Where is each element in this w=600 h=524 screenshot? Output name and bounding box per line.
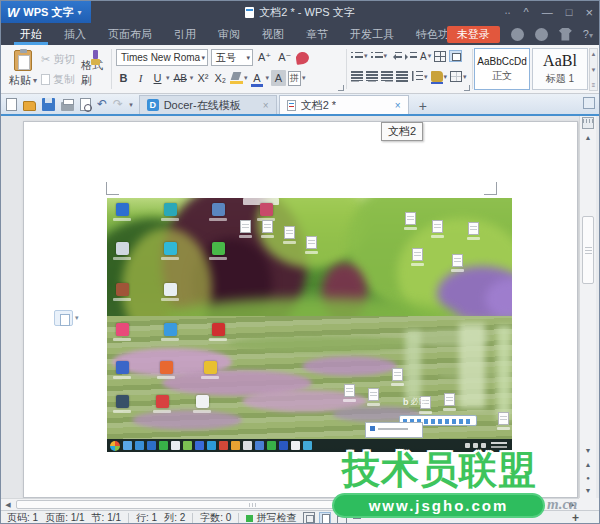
browse-object-button[interactable]: ● bbox=[580, 471, 596, 484]
grow-font-button[interactable]: A⁺ bbox=[256, 50, 273, 66]
open-button[interactable] bbox=[23, 101, 36, 111]
save-button[interactable] bbox=[42, 98, 55, 111]
app-menu-button[interactable]: W WPS 文字 ▾ bbox=[1, 1, 91, 23]
app-button-label: WPS 文字 bbox=[23, 5, 73, 20]
close-tab-icon[interactable]: × bbox=[395, 100, 401, 111]
help-button[interactable]: ?▾ bbox=[583, 28, 593, 40]
water-reflection bbox=[459, 323, 485, 408]
new-tab-button[interactable]: + bbox=[411, 98, 435, 114]
distribute-grid-icon[interactable] bbox=[434, 51, 446, 62]
menu-tab-1[interactable]: 开始 bbox=[9, 23, 53, 45]
subscript-button[interactable]: X₂ bbox=[212, 70, 228, 86]
paste-button[interactable]: 粘贴▾ bbox=[8, 48, 38, 90]
borders-button[interactable]: ▾ bbox=[450, 71, 467, 82]
align-justify-button[interactable] bbox=[396, 71, 408, 82]
undo-button[interactable]: ↶ bbox=[97, 98, 107, 111]
paste-options-button[interactable]: ▾ bbox=[54, 310, 79, 326]
font-size-combo[interactable]: 五号▾ bbox=[211, 49, 253, 66]
paint-bucket-icon bbox=[431, 71, 443, 82]
document-page[interactable]: b必应 ▾ bbox=[23, 121, 578, 498]
text-direction-button[interactable]: A▾ bbox=[420, 51, 431, 62]
maximize-button[interactable]: □ bbox=[566, 6, 573, 18]
close-button[interactable]: × bbox=[585, 5, 593, 20]
paragraph-dialog-launcher[interactable] bbox=[464, 85, 470, 91]
font-dialog-launcher[interactable] bbox=[338, 85, 344, 91]
redo-button[interactable]: ↷ bbox=[113, 98, 123, 111]
print-preview-button[interactable] bbox=[80, 98, 91, 111]
char-shading-button[interactable]: A bbox=[271, 70, 286, 86]
align-left-button[interactable] bbox=[351, 71, 363, 82]
number-list-button[interactable]: ▾ bbox=[371, 51, 388, 62]
lily-patch bbox=[227, 336, 417, 352]
print-button[interactable] bbox=[61, 102, 74, 111]
line-spacing-button[interactable]: ▾ bbox=[411, 71, 428, 82]
new-document-button[interactable] bbox=[6, 98, 17, 111]
tabs-list-icon[interactable]: ∙∙ bbox=[504, 6, 510, 18]
menu-tab-6[interactable]: 视图 bbox=[251, 23, 295, 45]
superscript-button[interactable]: X² bbox=[195, 70, 210, 86]
highlight-button[interactable]: ▾ bbox=[230, 72, 248, 84]
menu-tab-3[interactable]: 页面布局 bbox=[97, 23, 163, 45]
italic-button[interactable]: I bbox=[133, 70, 148, 86]
decrease-indent-button[interactable] bbox=[390, 51, 402, 62]
pinyin-guide-button[interactable]: 拼▾ bbox=[288, 71, 306, 86]
text-tool-icon[interactable] bbox=[296, 51, 311, 65]
embedded-image[interactable]: b必应 bbox=[107, 198, 512, 452]
format-painter-button[interactable]: 格式刷 bbox=[81, 48, 109, 90]
cut-button[interactable]: ✂ 剪切 bbox=[41, 52, 75, 67]
chevron-down-icon: ▾ bbox=[444, 73, 448, 81]
font-family-combo[interactable]: Times New Roma▾ bbox=[116, 49, 208, 66]
feedback-icon[interactable] bbox=[511, 28, 524, 41]
task-pane-icon[interactable] bbox=[583, 97, 595, 109]
chevron-down-icon: ▾ bbox=[302, 74, 306, 82]
align-center-button[interactable] bbox=[366, 71, 378, 82]
collapse-ribbon-button[interactable]: ^ bbox=[524, 6, 529, 18]
tab-document2[interactable]: 文档2 * × bbox=[279, 95, 409, 114]
page-view-button[interactable] bbox=[319, 512, 331, 524]
ruler-toggle-button[interactable] bbox=[582, 117, 594, 129]
underline-button[interactable]: U▾ bbox=[150, 70, 170, 86]
login-button[interactable]: 未登录 bbox=[447, 26, 500, 43]
style-card-2[interactable]: AaBl标题 1 bbox=[532, 48, 588, 90]
style-card-1[interactable]: AaBbCcDd正文 bbox=[474, 48, 530, 90]
lily-patch bbox=[302, 356, 397, 376]
scroll-up-button[interactable]: ▲ bbox=[580, 131, 596, 144]
scroll-down-button[interactable]: ▼ bbox=[580, 444, 596, 457]
strikethrough-button[interactable]: AB▾ bbox=[172, 70, 194, 86]
tab-docer[interactable]: D Docer-在线模板 × bbox=[139, 95, 277, 114]
menu-tab-7[interactable]: 章节 bbox=[295, 23, 339, 45]
spellcheck-status[interactable]: 拼写检查 bbox=[246, 511, 296, 524]
bold-button[interactable]: B bbox=[116, 70, 131, 86]
document-viewport[interactable]: b必应 ▾ bbox=[1, 116, 581, 498]
menu-tab-4[interactable]: 引用 bbox=[163, 23, 207, 45]
bullet-list-button[interactable]: ▾ bbox=[351, 51, 368, 62]
skin-icon[interactable] bbox=[559, 28, 572, 41]
text-wrap-button[interactable] bbox=[449, 50, 462, 62]
vertical-scroll-thumb[interactable] bbox=[582, 216, 594, 284]
group-divider bbox=[472, 49, 473, 89]
menu-tab-8[interactable]: 开发工具 bbox=[339, 23, 405, 45]
chevron-down-icon: ▾ bbox=[463, 73, 467, 81]
desktop-app-icon bbox=[111, 361, 133, 379]
vertical-scrollbar[interactable]: ▲ ▼ ▲ ● ▼ bbox=[579, 116, 596, 498]
fullscreen-view-button[interactable] bbox=[303, 512, 315, 524]
copy-button[interactable]: 复制 bbox=[41, 72, 75, 87]
history-icon[interactable] bbox=[535, 28, 548, 41]
desktop-app-icon bbox=[111, 283, 133, 301]
close-tab-icon[interactable]: × bbox=[263, 100, 269, 111]
taskbar-app-icon bbox=[183, 441, 192, 450]
menu-tab-2[interactable]: 插入 bbox=[53, 23, 97, 45]
menu-tab-5[interactable]: 审阅 bbox=[207, 23, 251, 45]
minimize-button[interactable]: — bbox=[542, 6, 553, 18]
shrink-font-button[interactable]: A⁻ bbox=[276, 50, 293, 66]
shading-fill-button[interactable]: ▾ bbox=[431, 71, 448, 82]
next-page-button[interactable]: ▼ bbox=[580, 484, 596, 497]
increase-indent-button[interactable] bbox=[405, 51, 417, 62]
quickbar-dropdown-icon[interactable]: ▾ bbox=[129, 101, 133, 109]
scroll-left-button[interactable]: ◀ bbox=[1, 499, 15, 510]
font-color-button[interactable]: A▾ bbox=[250, 70, 270, 86]
previous-page-button[interactable]: ▲ bbox=[580, 458, 596, 471]
align-right-button[interactable] bbox=[381, 71, 393, 82]
gallery-more-icon: ≡ bbox=[592, 82, 596, 88]
styles-gallery-scroll[interactable]: ▲ ▼ ≡ bbox=[589, 48, 598, 91]
